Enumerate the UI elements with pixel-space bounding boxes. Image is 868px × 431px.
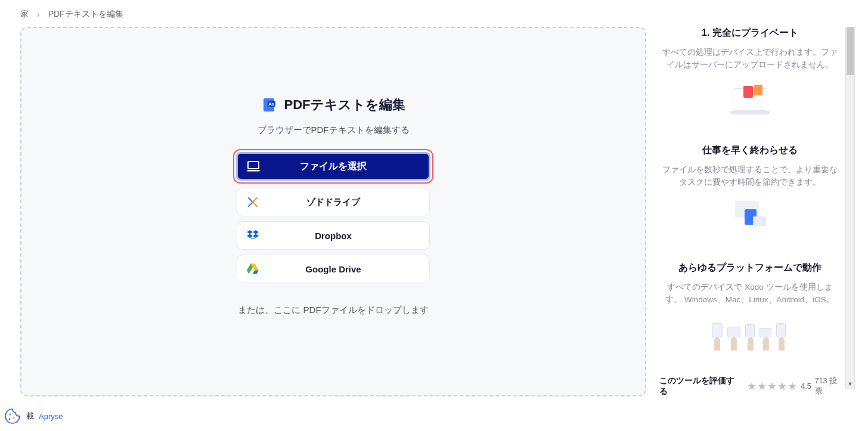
breadcrumb-home[interactable]: 家: [20, 9, 29, 20]
google-drive-icon: [237, 263, 268, 274]
scrollbar-thumb[interactable]: [847, 27, 854, 75]
breadcrumb: 家 › PDFテキストを編集: [0, 0, 868, 27]
scroll-down-icon[interactable]: ▼: [846, 379, 854, 389]
star-icon[interactable]: ★: [767, 380, 777, 393]
star-icon[interactable]: ★: [757, 380, 767, 393]
star-icon[interactable]: ★: [777, 380, 787, 393]
file-dropzone[interactable]: Aa PDFテキストを編集 ブラウザーでPDFテキストを編集する ファイルを選択…: [20, 27, 646, 396]
star-icon[interactable]: ★: [747, 380, 757, 393]
device-icon: [238, 161, 269, 172]
rating-bar: このツールを評価する ★ ★ ★ ★ ★ 4.5 713 投票: [658, 376, 844, 396]
svg-point-7: [8, 418, 10, 420]
feature-private: 1. 完全にプライベート すべての処理はデバイス上で行われます。ファイルはサーバ…: [658, 27, 842, 117]
feature-fast: 仕事を早く終わらせる ファイルを数秒で処理することで、より重要なタスクに費やす時…: [658, 144, 842, 234]
footer-brand[interactable]: Apryse: [39, 412, 63, 421]
feature-platform-illustration: [662, 315, 838, 352]
xodo-drive-label: ゾドドライブ: [268, 197, 429, 208]
rating-votes: 713 投票: [815, 376, 844, 396]
svg-point-6: [13, 417, 14, 418]
google-drive-label: Google Drive: [268, 264, 429, 274]
rating-label: このツールを評価する: [659, 376, 741, 397]
feature-speed-illustration: [662, 197, 838, 234]
feature-title: 1. 完全にプライベート: [662, 27, 838, 39]
pdf-edit-icon: Aa: [262, 97, 277, 113]
google-drive-button[interactable]: Google Drive: [237, 255, 430, 283]
drop-hint-text: または、ここに PDFファイルをドロップします: [238, 305, 428, 316]
svg-rect-4: [247, 170, 260, 172]
feature-desc: ファイルを数秒で処理することで、より重要なタスクに費やす時間を節約できます。: [662, 164, 838, 189]
svg-text:Aa: Aa: [268, 102, 274, 106]
page-subtitle: ブラウザーでPDFテキストを編集する: [258, 125, 410, 136]
svg-rect-3: [248, 162, 259, 169]
sidebar-scroll-area[interactable]: 1. 完全にプライベート すべての処理はデバイス上で行われます。ファイルはサーバ…: [658, 27, 844, 383]
feature-title: あらゆるプラットフォームで動作: [662, 262, 838, 274]
feature-privacy-illustration: [662, 80, 838, 117]
star-icon[interactable]: ★: [788, 380, 797, 393]
breadcrumb-current: PDFテキストを編集: [48, 9, 123, 20]
dropbox-label: Dropbox: [268, 231, 429, 241]
feature-platform: あらゆるプラットフォームで動作 すべてのデバイスで Xodo ツールを使用します…: [658, 262, 842, 352]
feature-desc: すべての処理はデバイス上で行われます。ファイルはサーバーにアップロードされません…: [662, 46, 838, 72]
dropbox-icon: [237, 230, 268, 241]
rating-value: 4.5: [801, 382, 811, 390]
cookie-icon[interactable]: [4, 407, 21, 425]
feature-title: 仕事を早く終わらせる: [662, 144, 838, 157]
svg-point-5: [9, 413, 11, 415]
rating-stars[interactable]: ★ ★ ★ ★ ★: [747, 380, 797, 393]
scrollbar[interactable]: ▲ ▼: [845, 27, 855, 389]
select-file-button[interactable]: ファイルを選択: [236, 152, 430, 181]
dropbox-button[interactable]: Dropbox: [237, 221, 430, 250]
breadcrumb-separator-icon: ›: [37, 10, 40, 19]
xodo-drive-icon: [237, 196, 268, 208]
page-title: PDFテキストを編集: [284, 96, 405, 114]
select-file-label: ファイルを選択: [269, 160, 429, 173]
footer-text: 載: [26, 411, 34, 421]
footer: 載 Apryse: [4, 407, 63, 425]
feature-desc: すべてのデバイスで Xodo ツールを使用します。 Windows、Mac、Li…: [662, 281, 838, 306]
features-sidebar: 1. 完全にプライベート すべての処理はデバイス上で行われます。ファイルはサーバ…: [658, 27, 844, 396]
xodo-drive-button[interactable]: ゾドドライブ: [237, 188, 430, 216]
